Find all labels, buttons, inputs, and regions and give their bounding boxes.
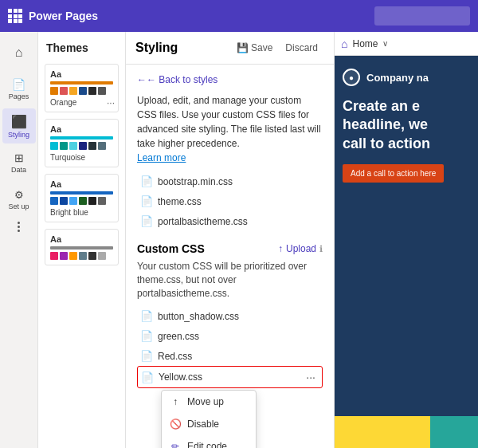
theme-color-bar: [50, 136, 113, 140]
css-file-red[interactable]: 📄 Red.css: [137, 346, 323, 366]
save-label: Save: [251, 42, 272, 53]
learn-more-link[interactable]: Learn more: [137, 152, 186, 163]
discard-button[interactable]: Discard: [279, 40, 324, 56]
upload-icon: ↑: [278, 243, 283, 254]
setup-label: Set up: [8, 202, 29, 210]
theme-aa: Aa: [50, 179, 113, 189]
file-name: green.css: [158, 331, 199, 342]
pages-icon: 📄: [12, 78, 25, 91]
chevron-down-icon: ∨: [382, 39, 388, 48]
theme-aa: Aa: [50, 234, 113, 244]
back-arrow-icon: ←: [137, 74, 147, 85]
menu-label: Disable: [187, 419, 219, 430]
topbar: Power Pages: [0, 0, 478, 32]
styling-header: Styling 💾 Save Discard: [126, 32, 334, 65]
swatch: [50, 142, 58, 150]
back-link[interactable]: ← ← Back to styles: [137, 74, 323, 85]
css-file-theme[interactable]: 📄 theme.css: [137, 191, 323, 211]
swatch: [88, 252, 96, 260]
sidebar-item-styling[interactable]: ⬛ Styling: [2, 108, 36, 143]
swatch: [79, 252, 87, 260]
theme-label: Turquoise: [50, 153, 113, 162]
swatch: [88, 197, 96, 205]
app-icon: [8, 9, 22, 23]
left-nav: ⌂ 📄 Pages ⬛ Styling ⊞ Data ⚙ Set up: [0, 32, 38, 448]
swatch: [98, 197, 106, 205]
disable-icon: 🚫: [170, 419, 181, 430]
swatch: [50, 252, 58, 260]
theme-swatches: [50, 142, 113, 150]
swatch: [60, 87, 68, 95]
swatch: [79, 142, 87, 150]
theme-more-icon[interactable]: ···: [107, 97, 115, 108]
discard-label: Discard: [285, 42, 318, 53]
swatch: [98, 142, 106, 150]
context-menu: ↑ Move up 🚫 Disable ✏ Edit code: [161, 390, 257, 448]
theme-card-brightblue[interactable]: Aa Bright blue: [45, 174, 119, 222]
theme-color-bar: [50, 246, 113, 250]
file-name: bootstrap.min.css: [158, 176, 233, 187]
preview-topbar: ⌂ Home ∨: [335, 32, 478, 56]
theme-aa: Aa: [50, 124, 113, 134]
nav-dots: [18, 222, 20, 232]
file-icon: 📄: [141, 371, 154, 383]
css-file-portalbasic[interactable]: 📄 portalbasictheme.css: [137, 211, 323, 231]
preview-home-icon: ⌂: [341, 37, 347, 50]
swatch: [98, 87, 106, 95]
custom-css-title: Custom CSS: [137, 242, 205, 255]
theme-card-orange[interactable]: Aa Orange ···: [45, 64, 119, 112]
theme-color-bar: [50, 81, 113, 84]
theme-swatches: [50, 87, 113, 95]
data-label: Data: [11, 166, 26, 174]
menu-item-move-up[interactable]: ↑ Move up: [162, 391, 256, 413]
swatch: [50, 87, 58, 95]
css-file-button-shadow[interactable]: 📄 button_shadow.css: [137, 306, 323, 326]
menu-label: Edit code: [187, 441, 227, 448]
home-icon: ⌂: [15, 45, 23, 60]
file-name: Red.css: [158, 351, 192, 362]
custom-desc: Your custom CSS will be prioritized over…: [137, 260, 323, 300]
preview-content: ● Company na Create an eheadline, wecall…: [335, 56, 478, 448]
upload-button[interactable]: ↑ Upload: [278, 243, 316, 254]
sidebar-item-pages[interactable]: 📄 Pages: [2, 72, 36, 107]
sidebar-item-data[interactable]: ⊞ Data: [2, 145, 36, 180]
swatch: [79, 87, 87, 95]
styling-label: Styling: [8, 131, 29, 139]
swatch: [98, 252, 106, 260]
save-button[interactable]: 💾 Save: [230, 40, 279, 56]
swatch: [69, 197, 77, 205]
css-file-green[interactable]: 📄 green.css: [137, 326, 323, 346]
css-file-bootstrap[interactable]: 📄 bootstrap.min.css: [137, 171, 323, 191]
file-icon: 📄: [140, 175, 153, 187]
preview-teal-bar: [430, 416, 478, 448]
app-title: Power Pages: [29, 10, 98, 22]
custom-css-header: Custom CSS ↑ Upload ℹ: [137, 242, 323, 255]
file-icon: 📄: [140, 330, 153, 342]
theme-card-4[interactable]: Aa: [45, 229, 119, 265]
menu-item-disable[interactable]: 🚫 Disable: [162, 413, 256, 435]
theme-card-turquoise[interactable]: Aa Turquoise: [45, 119, 119, 167]
preview-headline: Create an eheadline, wecall to action: [343, 97, 470, 153]
sidebar-item-setup[interactable]: ⚙ Set up: [2, 182, 36, 217]
menu-item-edit-code[interactable]: ✏ Edit code: [162, 435, 256, 448]
edit-code-icon: ✏: [170, 441, 181, 448]
file-icon: 📄: [140, 350, 153, 362]
main-layout: ⌂ 📄 Pages ⬛ Styling ⊞ Data ⚙ Set up Them…: [0, 32, 478, 448]
css-file-yellow-highlighted[interactable]: 📄 Yellow.css ···: [137, 366, 323, 388]
theme-aa: Aa: [50, 69, 113, 79]
info-icon: ℹ: [319, 244, 323, 254]
file-icon: 📄: [140, 310, 153, 322]
search-box[interactable]: [374, 6, 470, 26]
back-link-label: ← Back to styles: [147, 74, 217, 85]
more-options-button[interactable]: ···: [303, 371, 319, 383]
swatch: [88, 142, 96, 150]
preview-cta-button[interactable]: Add a call to action here: [343, 164, 444, 183]
theme-label: Bright blue: [50, 208, 113, 217]
theme-color-bar: [50, 191, 113, 195]
swatch: [88, 87, 96, 95]
swatch: [69, 87, 77, 95]
themes-title: Themes: [38, 32, 125, 61]
sidebar-item-home[interactable]: ⌂: [2, 35, 36, 70]
themes-panel: Themes Aa Orange ··· Aa: [38, 32, 126, 448]
swatch: [50, 197, 58, 205]
